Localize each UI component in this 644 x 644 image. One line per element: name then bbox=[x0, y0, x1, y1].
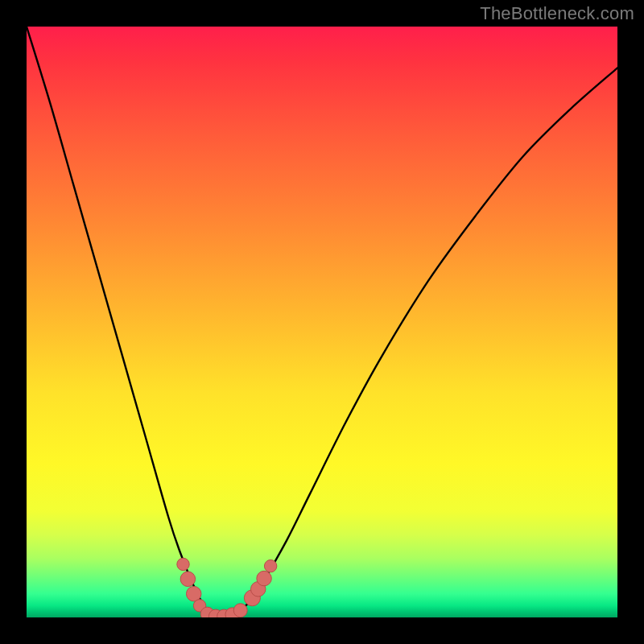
curve-marker bbox=[257, 571, 272, 586]
bottleneck-curve-svg bbox=[27, 27, 617, 617]
curve-marker bbox=[186, 586, 201, 601]
marker-group bbox=[177, 558, 277, 617]
curve-marker bbox=[264, 559, 276, 572]
curve-marker bbox=[180, 572, 196, 587]
watermark-text: TheBottleneck.com bbox=[480, 3, 634, 24]
curve-marker bbox=[177, 558, 189, 570]
plot-area bbox=[27, 27, 617, 617]
curve-marker bbox=[233, 604, 247, 617]
bottleneck-curve-path bbox=[27, 27, 617, 617]
chart-stage: TheBottleneck.com bbox=[0, 0, 644, 644]
